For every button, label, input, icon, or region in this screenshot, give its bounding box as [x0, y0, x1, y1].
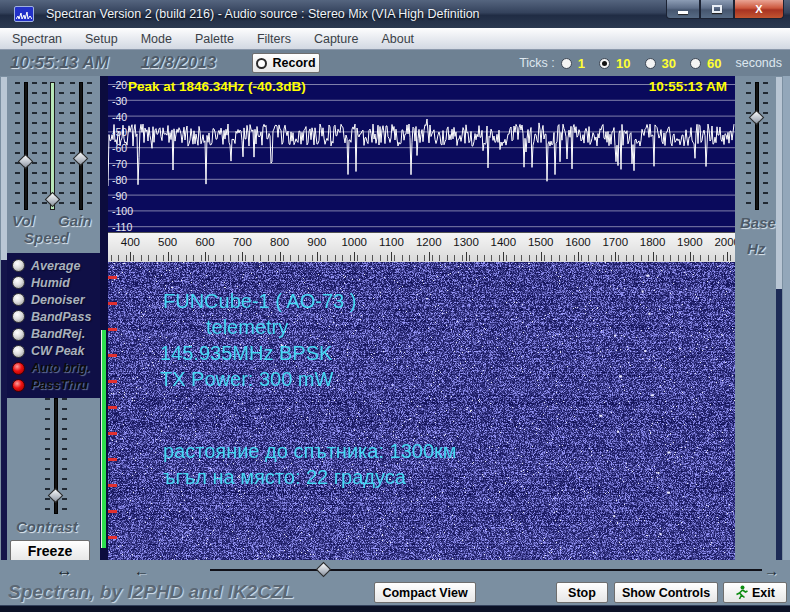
freq-axis-label: 700 — [233, 236, 252, 248]
menu-item-filters[interactable]: Filters — [257, 32, 291, 46]
vol-slider[interactable] — [15, 82, 37, 210]
contrast-slider[interactable] — [45, 398, 67, 514]
db-axis-label: -70 — [112, 158, 127, 170]
waterfall-annotation: ъгъл на място: 22 градуса — [163, 466, 406, 489]
tick-radio-60[interactable] — [690, 58, 701, 69]
freq-major-tick — [578, 252, 579, 261]
toggle-average[interactable]: Average — [12, 258, 103, 273]
menu-item-capture[interactable]: Capture — [314, 32, 358, 46]
right-edge-strip-bottom — [776, 289, 782, 560]
exit-label: Exit — [752, 586, 775, 600]
time-tick-marker — [108, 432, 117, 435]
credit-text: Spectran, by I2PHD and IK2CZL — [8, 581, 294, 603]
freq-axis-label: 800 — [270, 236, 289, 248]
record-button[interactable]: Record — [252, 53, 320, 73]
tick-radio-30[interactable] — [645, 58, 656, 69]
gain-slider[interactable] — [70, 82, 92, 210]
speed-slider[interactable] — [42, 82, 64, 210]
scroll-row: ↔ ← → — [0, 560, 790, 580]
title-bar: Spectran Version 2 (build 216) - Audio s… — [0, 0, 790, 28]
tick-radio-10[interactable] — [599, 58, 610, 69]
freq-axis-label: 1900 — [677, 236, 703, 248]
waterfall-marker-bar — [101, 330, 106, 548]
led-indicator-gray — [12, 310, 25, 323]
toggle-label: Humid — [31, 276, 70, 290]
toggle-denoiser[interactable]: Denoiser — [12, 292, 103, 307]
waterfall-annotation: 145.935MHz BPSK — [160, 342, 332, 365]
toggle-passthru[interactable]: PassThru — [12, 378, 103, 393]
minimize-icon — [678, 11, 688, 14]
freq-major-tick — [280, 252, 281, 261]
spectrum-display: Peak at 1846.34Hz (-40.3dB) 10:55:13 AM … — [108, 76, 735, 232]
window-bottom-frame — [0, 605, 790, 612]
toggle-label: Average — [31, 259, 80, 273]
gain-slider-thumb[interactable] — [73, 151, 89, 167]
toggle-auto-brig[interactable]: Auto brig. — [12, 361, 103, 376]
menu-item-setup[interactable]: Setup — [85, 32, 118, 46]
led-indicator-gray — [12, 293, 25, 306]
freq-axis-label: 1000 — [341, 236, 367, 248]
led-indicator-gray — [12, 328, 25, 341]
scroll-left-arrow[interactable]: ← — [134, 562, 149, 579]
tick-option-label: 30 — [662, 56, 676, 71]
toggle-bandrej[interactable]: BandRej. — [12, 327, 103, 342]
db-axis-label: -100 — [112, 205, 133, 217]
resize-arrows-icon[interactable]: ↔ — [56, 561, 73, 581]
waterfall-annotation: TX Power: 300 mW — [160, 368, 333, 391]
freq-axis-label: 1100 — [379, 236, 404, 248]
close-button[interactable]: X — [734, 0, 784, 19]
db-axis-label: -90 — [112, 190, 127, 202]
led-indicator-red — [12, 362, 25, 375]
freq-axis-label: 1600 — [565, 236, 591, 248]
db-axis-label: -110 — [112, 221, 132, 232]
base-slider[interactable] — [746, 82, 768, 210]
exit-button[interactable]: Exit — [723, 582, 787, 603]
speed-slider-thumb[interactable] — [45, 192, 61, 208]
hz-label: Hz — [747, 240, 765, 257]
led-indicator-red — [12, 379, 25, 392]
db-axis-label: -60 — [112, 142, 127, 154]
freeze-button[interactable]: Freeze — [10, 540, 90, 562]
base-slider-thumb[interactable] — [749, 110, 765, 126]
show-controls-button[interactable]: Show Controls — [614, 582, 718, 603]
seconds-label: seconds — [735, 56, 782, 70]
ticks-label: Ticks : — [519, 56, 555, 70]
db-axis-label: -30 — [112, 95, 127, 107]
stop-button[interactable]: Stop — [556, 582, 608, 603]
db-axis-label: -50 — [112, 126, 127, 138]
scroll-track[interactable] — [210, 569, 762, 571]
toggle-cw-peak[interactable]: CW Peak — [12, 344, 103, 359]
record-label: Record — [272, 56, 315, 70]
scroll-right-arrow[interactable]: → — [764, 562, 779, 579]
led-indicator-gray — [12, 259, 25, 272]
db-axis-label: -40 — [112, 111, 127, 123]
time-tick-marker — [108, 406, 117, 409]
maximize-button[interactable] — [700, 0, 734, 19]
freq-axis-label: 1700 — [602, 236, 628, 248]
minimize-button[interactable] — [666, 0, 700, 19]
freq-major-tick — [317, 252, 318, 261]
scroll-thumb[interactable] — [316, 562, 332, 578]
compact-view-button[interactable]: Compact View — [374, 582, 476, 603]
menu-item-palette[interactable]: Palette — [195, 32, 234, 46]
left-edge-strip-top — [1, 77, 7, 260]
menu-item-about[interactable]: About — [381, 32, 414, 46]
menu-item-mode[interactable]: Mode — [141, 32, 172, 46]
freq-axis-label: 1500 — [528, 236, 554, 248]
window-title: Spectran Version 2 (build 216) - Audio s… — [46, 7, 480, 21]
freq-axis-label: 600 — [195, 236, 214, 248]
vol-slider-thumb[interactable] — [18, 154, 34, 170]
menu-item-spectran[interactable]: Spectran — [12, 32, 62, 46]
tick-radio-1[interactable] — [561, 58, 572, 69]
freq-major-tick — [727, 252, 728, 261]
freq-major-tick — [242, 252, 243, 261]
toggle-humid[interactable]: Humid — [12, 275, 103, 290]
freq-axis-label: 1300 — [453, 236, 479, 248]
contrast-slider-thumb[interactable] — [48, 488, 64, 504]
freq-major-tick — [168, 252, 169, 261]
toggle-bandpass[interactable]: BandPass — [12, 309, 103, 324]
tick-option-label: 1 — [578, 56, 585, 71]
record-circle-icon — [256, 58, 267, 69]
right-edge-strip-top — [776, 77, 782, 289]
time-tick-marker — [108, 328, 117, 331]
